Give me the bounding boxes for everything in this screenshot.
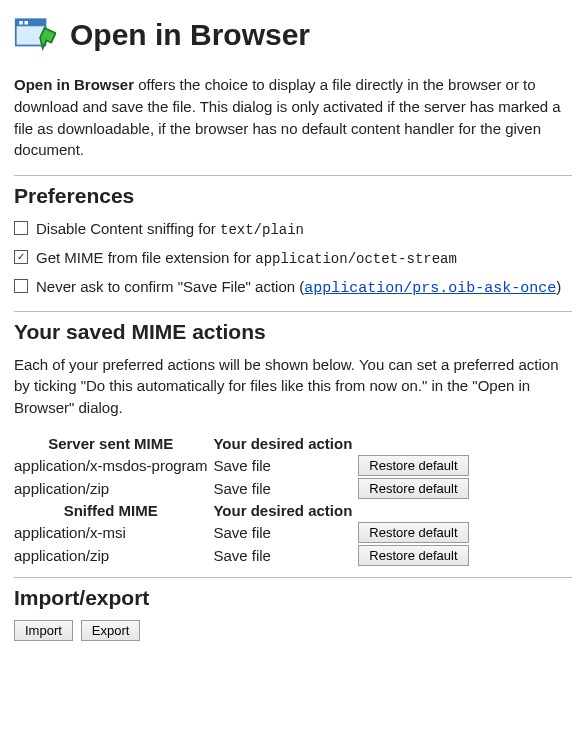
mime-link-ask-once[interactable]: application/prs.oib-ask-once [304, 280, 556, 297]
col-sniffed-mime: Sniffed MIME [14, 500, 213, 521]
mime-cell: application/x-msi [14, 521, 213, 544]
divider [14, 577, 572, 578]
action-cell: Save file [213, 521, 358, 544]
restore-default-button[interactable]: Restore default [358, 455, 468, 476]
svg-rect-3 [25, 21, 29, 25]
page-title: Open in Browser [70, 18, 310, 52]
checkbox-disable-sniffing[interactable] [14, 221, 28, 235]
import-button[interactable]: Import [14, 620, 73, 641]
intro-paragraph: Open in Browser offers the choice to dis… [14, 74, 572, 161]
table-row: application/x-msi Save file Restore defa… [14, 521, 475, 544]
pref-get-mime-ext: ✓ Get MIME from file extension for appli… [14, 247, 572, 270]
import-export-row: Import Export [14, 620, 572, 641]
action-cell: Save file [213, 454, 358, 477]
pref-get-mime-ext-label: Get MIME from file extension for [36, 249, 255, 266]
preferences-heading: Preferences [14, 184, 572, 208]
col-server-mime: Server sent MIME [14, 433, 213, 454]
pref-disable-sniffing-label: Disable Content sniffing for [36, 220, 220, 237]
intro-bold: Open in Browser [14, 76, 134, 93]
export-button[interactable]: Export [81, 620, 141, 641]
action-cell: Save file [213, 544, 358, 567]
col-desired-action-2: Your desired action [213, 500, 358, 521]
mime-actions-heading: Your saved MIME actions [14, 320, 572, 344]
restore-default-button[interactable]: Restore default [358, 478, 468, 499]
table-header-row: Sniffed MIME Your desired action [14, 500, 475, 521]
mime-cell: application/zip [14, 477, 213, 500]
mime-actions-intro: Each of your preferred actions will be s… [14, 354, 572, 419]
pref-get-mime-ext-code: application/octet-stream [255, 251, 457, 267]
svg-rect-2 [19, 21, 23, 25]
header: Open in Browser [14, 14, 572, 56]
col-desired-action: Your desired action [213, 433, 358, 454]
checkbox-get-mime-ext[interactable]: ✓ [14, 250, 28, 264]
pref-disable-sniffing: Disable Content sniffing for text/plain [14, 218, 572, 241]
pref-never-ask-label-pre: Never ask to confirm "Save File" action … [36, 278, 304, 295]
server-mime-table: Server sent MIME Your desired action app… [14, 433, 475, 567]
import-export-heading: Import/export [14, 586, 572, 610]
divider [14, 175, 572, 176]
mime-cell: application/x-msdos-program [14, 454, 213, 477]
divider [14, 311, 572, 312]
table-row: application/zip Save file Restore defaul… [14, 477, 475, 500]
open-in-browser-icon [14, 14, 56, 56]
table-row: application/x-msdos-program Save file Re… [14, 454, 475, 477]
table-header-row: Server sent MIME Your desired action [14, 433, 475, 454]
checkbox-never-ask[interactable] [14, 279, 28, 293]
pref-never-ask: Never ask to confirm "Save File" action … [14, 276, 572, 301]
restore-default-button[interactable]: Restore default [358, 522, 468, 543]
table-row: application/zip Save file Restore defaul… [14, 544, 475, 567]
pref-disable-sniffing-code: text/plain [220, 222, 304, 238]
pref-never-ask-label-post: ) [556, 278, 561, 295]
restore-default-button[interactable]: Restore default [358, 545, 468, 566]
mime-cell: application/zip [14, 544, 213, 567]
action-cell: Save file [213, 477, 358, 500]
